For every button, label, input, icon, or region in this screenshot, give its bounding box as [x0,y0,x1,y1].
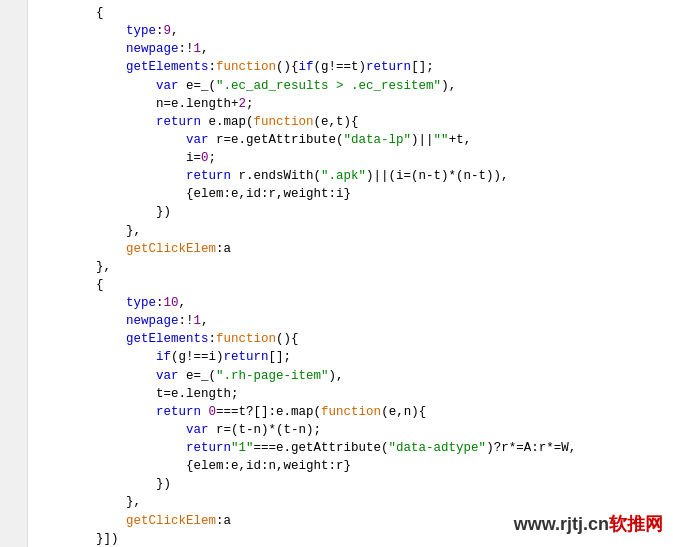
code-content: { type:9, newpage:!1, getElements:functi… [28,0,673,547]
code-line: return r.endsWith(".apk")||(i=(n-t)*(n-t… [36,167,665,185]
code-line: type:10, [36,294,665,312]
code-line: n=e.length+2; [36,95,665,113]
code-line: i=0; [36,149,665,167]
code-line: getElements:function(){if(g!==t)return[]… [36,58,665,76]
code-line: return"1"===e.getAttribute("data-adtype"… [36,439,665,457]
code-line: {elem:e,id:n,weight:r} [36,457,665,475]
watermark-suffix: 软推网 [609,514,663,534]
code-line: newpage:!1, [36,40,665,58]
code-line: var r=e.getAttribute("data-lp")||""+t, [36,131,665,149]
code-line: type:9, [36,22,665,40]
code-line: return e.map(function(e,t){ [36,113,665,131]
line-numbers [0,0,28,547]
code-line: if(g!==i)return[]; [36,348,665,366]
code-line: {elem:e,id:r,weight:i} [36,185,665,203]
code-line: }) [36,475,665,493]
code-line: var e=_(".rh-page-item"), [36,367,665,385]
watermark-url: www.rjtj.cn [514,514,609,534]
code-viewer: { type:9, newpage:!1, getElements:functi… [0,0,673,547]
code-line: newpage:!1, [36,312,665,330]
code-line: }) [36,203,665,221]
code-line: }, [36,222,665,240]
code-line: var e=_(".ec_ad_results > .ec_resitem"), [36,77,665,95]
code-line: getElements:function(){ [36,330,665,348]
code-line: { [36,276,665,294]
code-line: }, [36,258,665,276]
code-line: { [36,4,665,22]
watermark: www.rjtj.cn软推网 [514,511,663,537]
code-line: var r=(t-n)*(t-n); [36,421,665,439]
code-line: return 0===t?[]:e.map(function(e,n){ [36,403,665,421]
code-line: t=e.length; [36,385,665,403]
code-line: }, [36,493,665,511]
code-line: getClickElem:a [36,240,665,258]
